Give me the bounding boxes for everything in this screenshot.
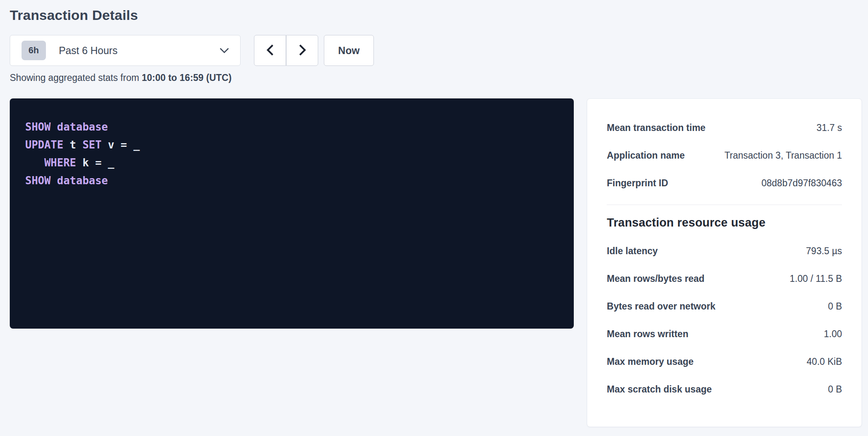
time-range-select[interactable]: 6h Past 6 Hours bbox=[10, 35, 241, 66]
stat-row: Max memory usage40.0 KiB bbox=[607, 355, 842, 368]
stat-value: 40.0 KiB bbox=[807, 355, 842, 368]
stat-row: Mean transaction time31.7 s bbox=[607, 122, 842, 134]
stat-row: Mean rows/bytes read1.00 / 11.5 B bbox=[607, 272, 842, 285]
sql-text: t bbox=[63, 139, 82, 151]
sql-code-line: SHOW database bbox=[25, 172, 558, 190]
sql-keyword: UPDATE bbox=[25, 139, 63, 151]
stat-row: Fingerprint ID08d8b7d97f830463 bbox=[607, 177, 842, 189]
stat-row: Idle latency793.5 µs bbox=[607, 245, 842, 257]
sql-code-line: UPDATE t SET v = _ bbox=[25, 136, 558, 154]
summary-range: 10:00 to 16:59 (UTC) bbox=[142, 72, 232, 83]
sql-text: k = _ bbox=[76, 157, 114, 169]
transaction-details-page: Transaction Details 6h Past 6 Hours Now … bbox=[0, 0, 868, 427]
stat-label: Max memory usage bbox=[607, 355, 701, 368]
stat-value: 1.00 bbox=[824, 328, 842, 340]
stat-value: 31.7 s bbox=[816, 122, 842, 134]
stat-label: Max scratch disk usage bbox=[607, 383, 720, 395]
sql-text bbox=[25, 157, 44, 169]
stat-label: Application name bbox=[607, 149, 693, 161]
time-range-summary: Showing aggregated stats from 10:00 to 1… bbox=[10, 72, 862, 84]
now-button[interactable]: Now bbox=[324, 35, 374, 66]
summary-prefix: Showing aggregated stats from bbox=[10, 72, 142, 83]
sql-code: SHOW databaseUPDATE t SET v = _ WHERE k … bbox=[25, 118, 558, 190]
stat-row: Max scratch disk usage0 B bbox=[607, 383, 842, 395]
time-toolbar: 6h Past 6 Hours Now bbox=[10, 35, 862, 66]
stat-label: Mean rows written bbox=[607, 328, 697, 340]
page-title: Transaction Details bbox=[10, 6, 862, 24]
stat-label: Mean rows/bytes read bbox=[607, 272, 712, 285]
sql-keyword: SET bbox=[82, 139, 102, 151]
stat-label: Mean transaction time bbox=[607, 122, 714, 134]
sql-statement-box: SHOW databaseUPDATE t SET v = _ WHERE k … bbox=[10, 98, 574, 329]
sql-keyword: SHOW database bbox=[25, 174, 108, 187]
resource-usage-section-title: Transaction resource usage bbox=[607, 215, 842, 230]
stat-value: 0 B bbox=[828, 383, 842, 395]
time-range-label: Past 6 Hours bbox=[59, 45, 219, 57]
next-time-range-button[interactable] bbox=[286, 35, 318, 66]
time-nav-group bbox=[254, 35, 318, 66]
chevron-right-icon bbox=[298, 44, 307, 57]
main-content: SHOW databaseUPDATE t SET v = _ WHERE k … bbox=[10, 98, 862, 427]
stat-row: Bytes read over network0 B bbox=[607, 300, 842, 312]
sql-code-line: WHERE k = _ bbox=[25, 154, 558, 172]
transaction-details-card: Mean transaction time31.7 sApplication n… bbox=[587, 98, 862, 427]
overview-stats: Mean transaction time31.7 sApplication n… bbox=[607, 122, 842, 189]
sql-text: v = _ bbox=[102, 139, 140, 151]
stat-label: Fingerprint ID bbox=[607, 177, 676, 189]
chevron-left-icon bbox=[266, 44, 275, 57]
card-divider bbox=[607, 205, 842, 205]
stat-value: Transaction 3, Transaction 1 bbox=[725, 149, 842, 161]
sql-code-line: SHOW database bbox=[25, 118, 558, 136]
chevron-down-icon bbox=[219, 47, 230, 54]
stat-value: 08d8b7d97f830463 bbox=[762, 177, 842, 189]
stat-value: 0 B bbox=[828, 300, 842, 312]
stat-row: Application nameTransaction 3, Transacti… bbox=[607, 149, 842, 161]
sql-keyword: WHERE bbox=[44, 157, 76, 169]
stat-value: 793.5 µs bbox=[806, 245, 842, 257]
prev-time-range-button[interactable] bbox=[254, 35, 286, 66]
sql-keyword: SHOW database bbox=[25, 121, 108, 133]
stat-label: Bytes read over network bbox=[607, 300, 723, 312]
stat-value: 1.00 / 11.5 B bbox=[790, 272, 842, 285]
time-range-badge: 6h bbox=[22, 41, 46, 60]
stat-row: Mean rows written1.00 bbox=[607, 328, 842, 340]
stat-label: Idle latency bbox=[607, 245, 666, 257]
resource-usage-stats: Idle latency793.5 µsMean rows/bytes read… bbox=[607, 245, 842, 395]
